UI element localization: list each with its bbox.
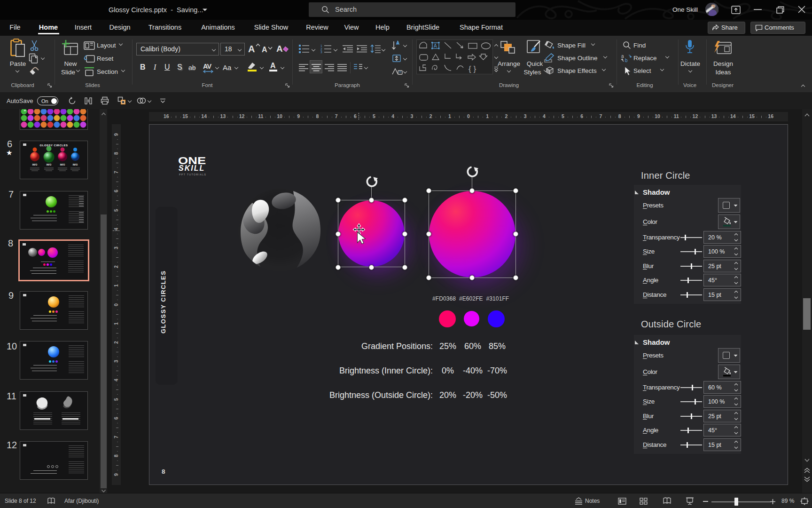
svg-text:a: a <box>621 54 624 59</box>
svg-text:b: b <box>625 58 628 63</box>
svg-text:1: 1 <box>320 44 322 48</box>
svg-text:INFO: INFO <box>60 164 65 166</box>
svg-text:INFO: INFO <box>73 164 78 166</box>
svg-text:{ }: { } <box>468 64 476 73</box>
svg-text:INFO: INFO <box>32 164 38 166</box>
svg-text:3: 3 <box>320 50 322 54</box>
svg-text:A: A <box>434 43 437 48</box>
svg-text:INFO: INFO <box>47 164 52 166</box>
